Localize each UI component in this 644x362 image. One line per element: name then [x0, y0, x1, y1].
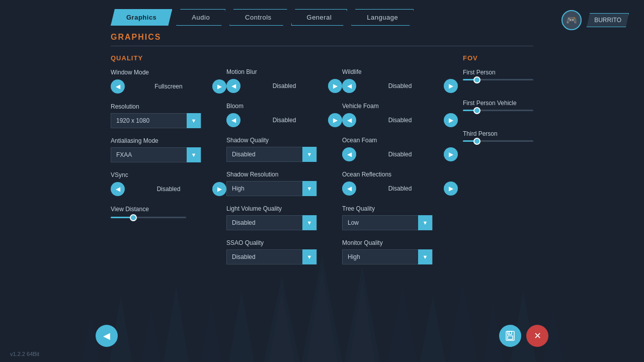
fov-first-person-vehicle-group: First Person Vehicle — [463, 100, 533, 111]
resolution-dropdown-btn[interactable]: ▼ — [187, 113, 201, 128]
fov-first-person-vehicle-track[interactable] — [463, 110, 533, 111]
bloom-prev[interactable]: ◀ — [226, 113, 240, 127]
bloom-control: ◀ Disabled ▶ — [226, 113, 342, 128]
vehicle-foam-prev[interactable]: ◀ — [342, 113, 356, 127]
vsync-control: ◀ Disabled ▶ — [111, 182, 226, 197]
ocean-reflections-label: Ocean Reflections — [342, 171, 458, 178]
bloom-value: Disabled — [240, 117, 328, 124]
fov-first-person-vehicle-thumb[interactable] — [473, 107, 480, 114]
ocean-reflections-next[interactable]: ▶ — [444, 182, 458, 196]
fov-third-person-track[interactable] — [463, 140, 533, 142]
monitor-quality-value: High — [343, 253, 418, 260]
vsync-prev[interactable]: ◀ — [111, 182, 125, 196]
fov-heading: FOV — [463, 54, 533, 62]
antialiasing-dropdown-btn[interactable]: ▼ — [187, 147, 201, 162]
ocean-foam-next[interactable]: ▶ — [444, 147, 458, 161]
shadow-quality-dropdown-btn[interactable]: ▼ — [302, 147, 316, 162]
save-icon — [505, 330, 516, 341]
wildlife-group: Wildlife ◀ Disabled ▶ — [342, 68, 458, 94]
wildlife-prev[interactable]: ◀ — [342, 79, 356, 93]
svg-marker-11 — [164, 287, 189, 362]
quality-heading: QUALITY — [111, 54, 226, 62]
fov-first-person-label: First Person — [463, 69, 533, 76]
shadow-resolution-label: Shadow Resolution — [226, 171, 342, 178]
ssao-value: Disabled — [227, 253, 302, 260]
view-distance-track[interactable] — [111, 217, 186, 218]
save-button[interactable] — [499, 325, 521, 347]
wildlife-next[interactable]: ▶ — [444, 79, 458, 93]
bloom-label: Bloom — [226, 103, 342, 110]
monitor-quality-label: Monitor Quality — [342, 239, 458, 246]
vsync-value: Disabled — [125, 186, 212, 193]
shadow-resolution-dropdown-btn[interactable]: ▼ — [302, 181, 316, 196]
window-mode-next[interactable]: ▶ — [212, 79, 226, 94]
tab-graphics[interactable]: Graphics — [111, 9, 172, 26]
tab-controls[interactable]: Controls — [229, 9, 287, 26]
window-mode-label: Window Mode — [111, 69, 226, 76]
view-distance-label: View Distance — [111, 206, 226, 213]
vehicle-foam-label: Vehicle Foam — [342, 103, 458, 110]
ocean-foam-label: Ocean Foam — [342, 137, 458, 144]
close-button[interactable]: ✕ — [526, 325, 548, 347]
wildlife-label: Wildlife — [342, 68, 458, 75]
fov-first-person-track[interactable] — [463, 79, 533, 80]
bloom-next[interactable]: ▶ — [328, 113, 342, 127]
view-distance-thumb[interactable] — [130, 214, 137, 221]
bloom-group: Bloom ◀ Disabled ▶ — [226, 103, 342, 128]
antialiasing-control: FXAA ▼ — [111, 147, 201, 162]
svg-rect-19 — [508, 331, 512, 334]
ocean-reflections-group: Ocean Reflections ◀ Disabled ▶ — [342, 171, 458, 196]
vehicle-foam-next[interactable]: ▶ — [444, 113, 458, 127]
svg-rect-20 — [508, 336, 513, 339]
motion-blur-value: Disabled — [240, 82, 328, 89]
tab-audio[interactable]: Audio — [176, 9, 225, 26]
ocean-foam-control: ◀ Disabled ▶ — [342, 147, 458, 162]
motion-blur-control: ◀ Disabled ▶ — [226, 78, 342, 94]
antialiasing-value: FXAA — [111, 151, 187, 158]
main-content: GRAPHICS QUALITY Window Mode ◀ Fullscree… — [0, 33, 644, 274]
antialiasing-label: Antialiasing Mode — [111, 137, 226, 144]
tab-general[interactable]: General — [291, 9, 348, 26]
wildlife-value: Disabled — [356, 82, 444, 89]
monitor-quality-dropdown-btn[interactable]: ▼ — [418, 249, 432, 264]
tree-quality-group: Tree Quality Low ▼ — [342, 205, 458, 230]
page-heading: GRAPHICS — [111, 33, 533, 42]
column-3: Wildlife ◀ Disabled ▶ Vehicle Foam ◀ Dis… — [342, 54, 458, 274]
motion-blur-next[interactable]: ▶ — [328, 79, 342, 93]
fov-third-person-thumb[interactable] — [473, 138, 480, 145]
light-volume-dropdown-btn[interactable]: ▼ — [302, 215, 316, 230]
resolution-label: Resolution — [111, 103, 226, 110]
fov-first-person-group: First Person — [463, 69, 533, 80]
fov-column: FOV First Person First Person Vehicle — [458, 54, 533, 274]
ocean-foam-prev[interactable]: ◀ — [342, 147, 356, 161]
tree-quality-value: Low — [343, 219, 418, 226]
ssao-label: SSAO Quality — [226, 239, 342, 246]
ocean-foam-value: Disabled — [356, 151, 444, 158]
resolution-control: 1920 x 1080 ▼ — [111, 113, 201, 128]
resolution-value: 1920 x 1080 — [111, 117, 187, 124]
ocean-reflections-control: ◀ Disabled ▶ — [342, 181, 458, 196]
vehicle-foam-control: ◀ Disabled ▶ — [342, 113, 458, 128]
shadow-quality-group: Shadow Quality Disabled ▼ — [226, 137, 342, 162]
ocean-reflections-prev[interactable]: ◀ — [342, 182, 356, 196]
shadow-resolution-control: High ▼ — [226, 181, 317, 196]
ssao-dropdown-btn[interactable]: ▼ — [302, 249, 316, 264]
version-text: v1.2.2 64Bit — [10, 351, 39, 357]
fov-first-person-thumb[interactable] — [473, 76, 480, 83]
tree-quality-dropdown-btn[interactable]: ▼ — [418, 215, 432, 230]
monitor-quality-control: High ▼ — [342, 249, 433, 264]
tab-language[interactable]: Language — [351, 9, 414, 26]
back-button[interactable]: ◀ — [96, 325, 118, 347]
motion-blur-prev[interactable]: ◀ — [226, 79, 240, 93]
fov-third-person-label: Third Person — [463, 130, 533, 137]
vehicle-foam-value: Disabled — [356, 117, 444, 124]
vsync-next[interactable]: ▶ — [212, 182, 226, 196]
shadow-resolution-value: High — [227, 185, 302, 192]
window-mode-prev[interactable]: ◀ — [111, 79, 125, 94]
shadow-resolution-group: Shadow Resolution High ▼ — [226, 171, 342, 196]
ssao-group: SSAO Quality Disabled ▼ — [226, 239, 342, 264]
window-mode-value: Fullscreen — [125, 83, 212, 90]
wildlife-control: ◀ Disabled ▶ — [342, 78, 458, 94]
tree-quality-control: Low ▼ — [342, 215, 433, 230]
heading-divider — [111, 46, 533, 46]
